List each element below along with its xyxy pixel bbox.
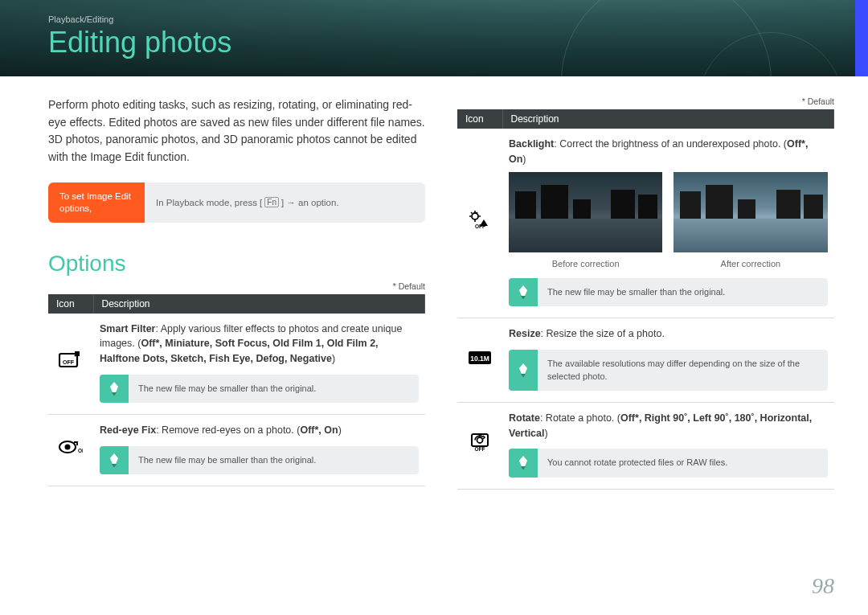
pen-note-icon bbox=[509, 278, 538, 306]
svg-text:OFF: OFF bbox=[78, 448, 83, 453]
note-text: The new file may be smaller than the ori… bbox=[129, 375, 326, 403]
pen-note-icon bbox=[100, 446, 129, 474]
svg-point-3 bbox=[65, 445, 71, 450]
smart-filter-desc: Smart Filter: Apply various filter effec… bbox=[93, 314, 425, 415]
side-tab-indicator bbox=[855, 0, 868, 76]
instruction-box: To set Image Edit options, In Playback m… bbox=[48, 182, 425, 223]
svg-text:OFF: OFF bbox=[63, 359, 75, 365]
rotate-icon: OFF bbox=[468, 432, 492, 451]
options-table-left: Icon Description OFF Smart Filter: Apply… bbox=[48, 294, 425, 487]
after-photo bbox=[674, 172, 827, 252]
rotate-desc: Rotate: Rotate a photo. (Off*, Right 90˚… bbox=[502, 402, 834, 489]
note-text: You cannot rotate protected files or RAW… bbox=[538, 449, 737, 477]
svg-text:OFF: OFF bbox=[475, 446, 485, 452]
note-box: The new file may be smaller than the ori… bbox=[100, 375, 419, 403]
default-note: * Default bbox=[48, 281, 425, 291]
pen-note-icon bbox=[509, 350, 538, 391]
svg-point-5 bbox=[472, 213, 478, 219]
right-column: * Default Icon Description OFF Backlight… bbox=[457, 96, 834, 490]
note-text: The new file may be smaller than the ori… bbox=[538, 278, 735, 306]
page-title: Editing photos bbox=[48, 26, 820, 59]
instruction-text: In Playback mode, press [Fn] → an option… bbox=[145, 182, 350, 223]
pen-note-icon bbox=[100, 375, 129, 403]
svg-point-10 bbox=[477, 437, 483, 443]
options-table-right: Icon Description OFF Backlight: Correct … bbox=[457, 109, 834, 490]
note-box: The new file may be smaller than the ori… bbox=[509, 278, 828, 306]
pen-note-icon bbox=[509, 449, 538, 477]
before-photo bbox=[509, 172, 662, 252]
section-title: Options bbox=[48, 251, 425, 277]
intro-text: Perform photo editing tasks, such as res… bbox=[48, 96, 425, 166]
table-row: OFF Smart Filter: Apply various filter e… bbox=[48, 314, 425, 415]
note-box: You cannot rotate protected files or RAW… bbox=[509, 449, 828, 477]
default-note: * Default bbox=[457, 96, 834, 106]
table-row: OFF Red-eye Fix: Remove red-eyes on a ph… bbox=[48, 415, 425, 486]
redeye-desc: Red-eye Fix: Remove red-eyes on a photo.… bbox=[93, 415, 425, 486]
table-row: 10.1M Resize: Resize the size of a photo… bbox=[457, 318, 834, 403]
table-row: OFF Backlight: Correct the brightness of… bbox=[457, 129, 834, 318]
left-column: Perform photo editing tasks, such as res… bbox=[48, 96, 425, 490]
resize-desc: Resize: Resize the size of a photo. The … bbox=[502, 318, 834, 403]
photo-comparison: Before correction After correction bbox=[509, 172, 828, 271]
note-box: The available resolutions may differ dep… bbox=[509, 350, 828, 391]
backlight-desc: Backlight: Correct the brightness of an … bbox=[502, 129, 834, 318]
col-header-desc: Description bbox=[93, 294, 425, 314]
note-text: The new file may be smaller than the ori… bbox=[129, 446, 326, 474]
after-caption: After correction bbox=[674, 257, 827, 271]
page-header: Playback/Editing Editing photos bbox=[0, 0, 868, 76]
redeye-icon: OFF bbox=[59, 437, 83, 457]
svg-text:OFF: OFF bbox=[475, 223, 485, 229]
backlight-icon: OFF bbox=[468, 210, 492, 229]
note-box: The new file may be smaller than the ori… bbox=[100, 446, 419, 474]
smart-filter-icon: OFF bbox=[59, 351, 83, 370]
note-text: The available resolutions may differ dep… bbox=[538, 350, 828, 391]
content-area: Perform photo editing tasks, such as res… bbox=[0, 76, 868, 490]
before-caption: Before correction bbox=[509, 257, 662, 271]
fn-key: Fn bbox=[264, 197, 279, 207]
page-number: 98 bbox=[812, 573, 834, 599]
col-header-icon: Icon bbox=[457, 109, 502, 129]
svg-text:10.1M: 10.1M bbox=[470, 354, 489, 362]
table-row: OFF Rotate: Rotate a photo. (Off*, Right… bbox=[457, 402, 834, 489]
col-header-icon: Icon bbox=[48, 294, 93, 314]
breadcrumb: Playback/Editing bbox=[48, 14, 820, 24]
col-header-desc: Description bbox=[502, 109, 834, 129]
resize-icon: 10.1M bbox=[468, 348, 492, 367]
instruction-label: To set Image Edit options, bbox=[48, 182, 145, 223]
